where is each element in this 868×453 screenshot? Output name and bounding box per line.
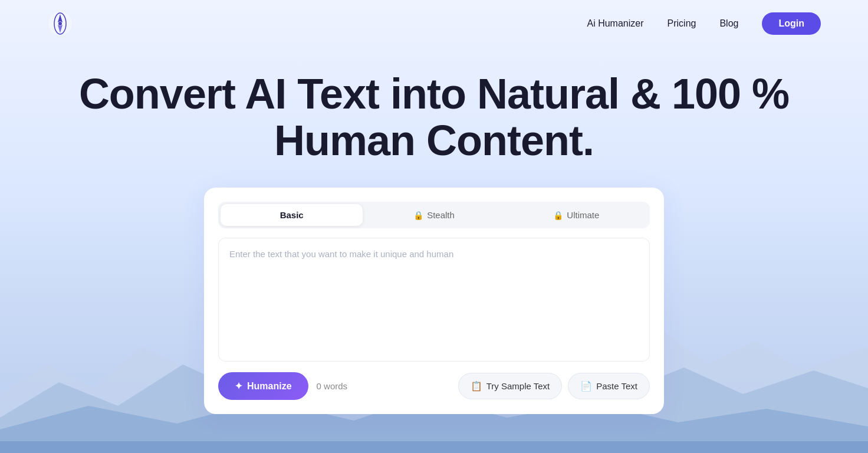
tab-stealth[interactable]: 🔒 Stealth <box>363 204 505 226</box>
tab-ultimate[interactable]: 🔒 Ultimate <box>505 204 647 226</box>
nav-pricing[interactable]: Pricing <box>668 18 696 29</box>
humanize-label: Humanize <box>247 381 292 392</box>
main-card: Basic 🔒 Stealth 🔒 Ultimate ✦ Humanize 0 … <box>204 188 664 414</box>
hero-title: Convert AI Text into Natural & 100 % Hum… <box>47 71 821 164</box>
logo-icon <box>47 11 73 37</box>
nav-ai-humanizer[interactable]: Ai Humanizer <box>587 18 643 29</box>
ultimate-lock-icon: 🔒 <box>553 211 563 220</box>
paste-text-button[interactable]: 📄 Paste Text <box>568 373 650 399</box>
svg-point-1 <box>58 22 62 25</box>
hero-title-line2: Human Content. <box>274 117 594 164</box>
tab-basic[interactable]: Basic <box>221 204 363 226</box>
paste-icon: 📄 <box>580 380 592 392</box>
bottom-bar: ✦ Humanize 0 words 📋 Try Sample Text 📄 P… <box>218 372 650 400</box>
hero-section: Convert AI Text into Natural & 100 % Hum… <box>0 47 868 182</box>
hero-title-line1: Convert AI Text into Natural & 100 % <box>79 70 789 117</box>
stealth-lock-icon: 🔒 <box>413 211 423 220</box>
try-sample-button[interactable]: 📋 Try Sample Text <box>458 373 563 399</box>
humanize-button[interactable]: ✦ Humanize <box>218 372 308 400</box>
tab-ultimate-label: Ultimate <box>567 210 599 220</box>
login-button[interactable]: Login <box>762 12 821 35</box>
tab-basic-label: Basic <box>280 210 304 220</box>
logo[interactable] <box>47 11 73 37</box>
sample-icon: 📋 <box>471 380 482 392</box>
main-card-wrapper: Basic 🔒 Stealth 🔒 Ultimate ✦ Humanize 0 … <box>0 188 868 414</box>
paste-text-label: Paste Text <box>596 381 637 391</box>
nav-blog[interactable]: Blog <box>719 18 738 29</box>
try-sample-label: Try Sample Text <box>486 381 550 391</box>
nav-links: Ai Humanizer Pricing Blog Login <box>587 12 821 35</box>
input-textarea[interactable] <box>218 238 650 362</box>
humanize-sparkle-icon: ✦ <box>235 380 242 392</box>
navbar: Ai Humanizer Pricing Blog Login <box>0 0 868 47</box>
word-count: 0 words <box>317 381 348 391</box>
tab-stealth-label: Stealth <box>427 210 455 220</box>
mode-tabs: Basic 🔒 Stealth 🔒 Ultimate <box>218 202 650 228</box>
humanize-section: ✦ Humanize 0 words <box>218 372 347 400</box>
bottom-actions: 📋 Try Sample Text 📄 Paste Text <box>458 373 650 399</box>
